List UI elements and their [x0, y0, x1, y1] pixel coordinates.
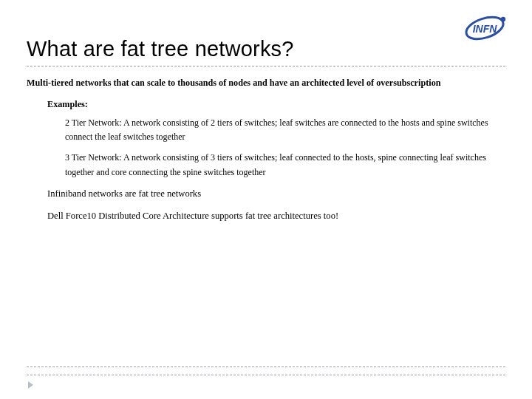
examples-label: Examples: [47, 99, 505, 110]
footer-divider [27, 359, 505, 375]
logo-text: INFN [473, 23, 498, 35]
page-title: What are fat tree networks? [27, 37, 505, 61]
note-item: Dell Force10 Distributed Core Architectu… [47, 208, 505, 223]
intro-text: Multi-tiered networks that can scale to … [27, 77, 505, 90]
tier-item: 3 Tier Network: A network consisting of … [65, 151, 502, 180]
infn-logo: INFN [458, 12, 511, 47]
tier-item: 2 Tier Network: A network consisting of … [65, 116, 502, 146]
slide: INFN What are fat tree networks? Multi-t… [0, 0, 532, 399]
note-item: Infiniband networks are fat tree network… [47, 186, 505, 201]
play-icon [28, 381, 33, 389]
title-underline [27, 66, 505, 66]
svg-point-1 [501, 17, 505, 21]
